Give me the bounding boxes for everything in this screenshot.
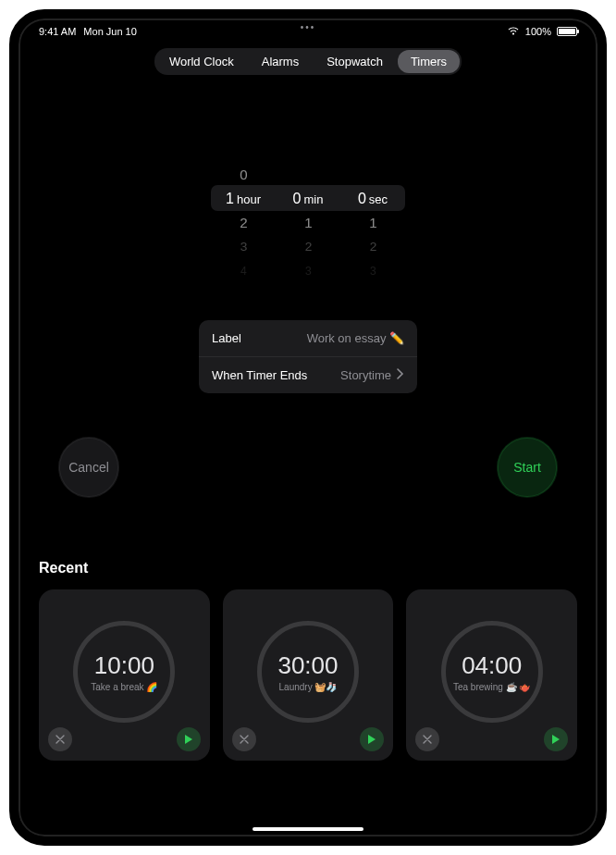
- picker-minutes[interactable]: 0min 1 2 3: [276, 163, 340, 283]
- timer-dial: 04:00 Tea brewing ☕️ 🫖: [441, 621, 543, 723]
- tab-alarms[interactable]: Alarms: [249, 50, 312, 73]
- multitask-indicator[interactable]: •••: [301, 22, 316, 32]
- timer-label: Laundry 🧺🧦: [276, 682, 341, 693]
- timer-label-row[interactable]: Label Work on essay ✏️: [199, 320, 417, 356]
- delete-timer-button[interactable]: [232, 727, 256, 751]
- play-timer-button[interactable]: [544, 727, 568, 751]
- status-date: Mon Jun 10: [83, 26, 136, 37]
- settings-sound-value: Storytime: [340, 368, 391, 382]
- timer-label: Tea brewing ☕️ 🫖: [450, 682, 534, 693]
- battery-percent: 100%: [525, 26, 551, 37]
- timer-time: 10:00: [94, 651, 154, 680]
- delete-timer-button[interactable]: [415, 727, 439, 751]
- timer-time: 04:00: [462, 651, 522, 680]
- play-timer-button[interactable]: [360, 727, 384, 751]
- settings-sound-key: When Timer Ends: [212, 368, 307, 382]
- chevron-right-icon: [397, 368, 404, 382]
- front-camera: [305, 11, 311, 17]
- timer-dial: 10:00 Take a break 🌈: [73, 621, 175, 723]
- picker-seconds[interactable]: 0sec 1 2 3: [340, 163, 405, 283]
- settings-label-key: Label: [212, 331, 241, 345]
- play-timer-button[interactable]: [177, 727, 201, 751]
- settings-label-value: Work on essay ✏️: [307, 331, 404, 345]
- timer-label: Take a break 🌈: [87, 682, 161, 693]
- timer-time: 30:00: [277, 651, 338, 680]
- home-indicator[interactable]: [253, 827, 363, 831]
- timer-settings: Label Work on essay ✏️ When Timer Ends S…: [199, 320, 417, 393]
- clock-app-tabs: World Clock Alarms Stopwatch Timers: [18, 48, 598, 75]
- tab-timers[interactable]: Timers: [398, 50, 460, 73]
- tab-world-clock[interactable]: World Clock: [156, 50, 247, 73]
- recent-timer-card[interactable]: 10:00 Take a break 🌈: [39, 589, 210, 761]
- delete-timer-button[interactable]: [48, 727, 72, 751]
- timer-dial: 30:00 Laundry 🧺🧦: [257, 621, 359, 723]
- recent-heading: Recent: [39, 560, 577, 576]
- start-button[interactable]: Start: [498, 438, 557, 497]
- tab-stopwatch[interactable]: Stopwatch: [314, 50, 396, 73]
- cancel-button[interactable]: Cancel: [59, 438, 118, 497]
- battery-icon: [557, 27, 577, 36]
- picker-hours[interactable]: 0 1hour 2 3 4: [211, 163, 276, 283]
- wifi-icon: [507, 24, 520, 39]
- timer-sound-row[interactable]: When Timer Ends Storytime: [199, 356, 417, 393]
- recent-timer-card[interactable]: 30:00 Laundry 🧺🧦: [223, 589, 394, 761]
- status-time: 9:41 AM: [39, 26, 76, 37]
- recent-timer-card[interactable]: 04:00 Tea brewing ☕️ 🫖: [406, 589, 577, 761]
- duration-picker[interactable]: 0 1hour 2 3 4 0min 1 2 3 0sec 1: [18, 163, 598, 283]
